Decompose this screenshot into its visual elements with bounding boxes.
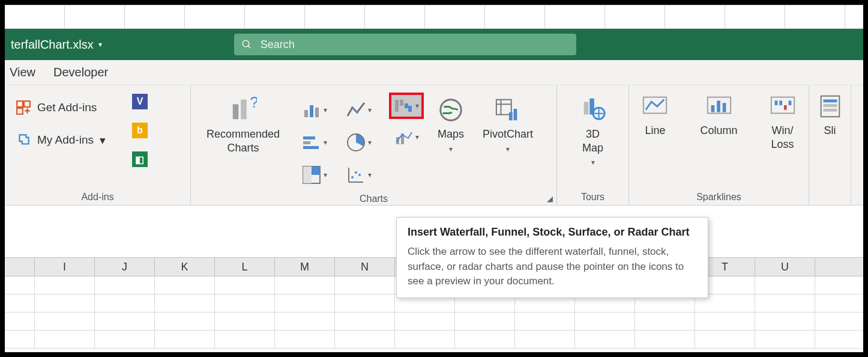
3d-map-button[interactable]: 3D Map ▾ [574, 94, 612, 169]
svg-point-31 [441, 100, 462, 121]
svg-rect-51 [823, 100, 837, 103]
visio-addin-icon[interactable]: V [132, 94, 148, 109]
group-label-filters [820, 200, 840, 203]
column-chart-button[interactable]: ▾ [293, 94, 336, 126]
my-addins-label: My Add-ins [37, 133, 94, 147]
group-label-charts: Charts ◢ [202, 191, 546, 204]
col-hdr-M[interactable]: M [275, 258, 335, 276]
svg-rect-19 [312, 166, 320, 175]
svg-rect-45 [771, 97, 794, 114]
bing-addin-icon[interactable]: b [132, 123, 148, 138]
get-addins-button[interactable]: Get Add-ins [16, 100, 106, 115]
svg-rect-48 [783, 105, 786, 110]
chevron-down-icon: ▾ [415, 102, 419, 110]
group-filters: Sli [809, 85, 851, 205]
sparkline-line-button[interactable]: Line [636, 90, 674, 140]
col-hdr-J[interactable]: J [95, 258, 155, 276]
scatter-chart-button[interactable]: ▾ [337, 159, 381, 191]
svg-line-1 [248, 46, 250, 48]
pivotchart-label: PivotChart [483, 127, 533, 141]
recommended-charts-label: Recommended Charts [206, 127, 280, 154]
svg-point-0 [243, 40, 249, 47]
line-chart-button[interactable]: ▾ [337, 94, 381, 126]
col-hdr-L[interactable]: L [215, 258, 275, 276]
tooltip-waterfall-chart: Insert Waterfall, Funnel, Stock, Surface… [396, 217, 708, 298]
svg-point-23 [355, 171, 357, 174]
combo-chart-button[interactable]: ▾ [389, 127, 424, 147]
chart-type-grid: ▾ ▾ ▾ ▾ ▾ [293, 94, 381, 191]
svg-point-24 [358, 174, 361, 176]
tooltip-title: Insert Waterfall, Funnel, Stock, Surface… [408, 226, 697, 239]
search-placeholder: Search [261, 38, 295, 51]
svg-rect-27 [405, 103, 408, 108]
svg-rect-35 [509, 112, 513, 120]
svg-rect-3 [24, 101, 30, 107]
dialog-launcher-icon[interactable]: ◢ [547, 194, 553, 203]
sparkline-column-button[interactable]: Column [695, 90, 742, 140]
maps-button[interactable]: Maps ▾ [432, 94, 469, 156]
column-chart-icon [302, 100, 321, 120]
my-addins-button[interactable]: My Add-ins ▾ [16, 132, 106, 148]
tab-view[interactable]: View [10, 66, 35, 79]
col-hdr-U[interactable]: U [755, 258, 815, 276]
people-graph-addin-icon[interactable]: ◧ [132, 151, 148, 167]
get-addins-label: Get Add-ins [37, 101, 97, 114]
search-icon [241, 39, 252, 50]
svg-rect-36 [514, 109, 517, 120]
sparkline-winloss-button[interactable]: Win/ Loss [764, 90, 801, 153]
svg-rect-10 [315, 108, 319, 117]
tab-developer[interactable]: Developer [53, 66, 108, 79]
chevron-down-icon: ▾ [324, 106, 327, 114]
bar-chart-icon [302, 133, 321, 152]
line-chart-icon [346, 100, 366, 120]
filename-dropdown[interactable]: terfallChart.xlsx ▾ [11, 38, 102, 52]
group-charts: ? Recommended Charts ▾ ▾ [191, 85, 557, 205]
sparkline-column-label: Column [700, 124, 737, 138]
svg-rect-52 [823, 104, 837, 107]
waterfall-chart-button[interactable]: ▾ [389, 93, 424, 119]
svg-rect-14 [303, 141, 310, 144]
treemap-chart-button[interactable]: ▾ [293, 159, 336, 191]
slicer-label: Sli [824, 124, 836, 138]
chevron-down-icon: ▾ [368, 138, 372, 147]
chevron-down-icon: ▾ [324, 138, 327, 147]
slicer-button[interactable]: Sli [812, 90, 849, 140]
chevron-down-icon: ▾ [98, 40, 102, 49]
svg-rect-4 [17, 108, 23, 114]
col-hdr-N[interactable]: N [335, 258, 395, 276]
bar-chart-button[interactable]: ▾ [293, 126, 336, 159]
pie-chart-button[interactable]: ▾ [337, 126, 381, 159]
sparkline-line-icon [641, 93, 669, 120]
recommended-charts-icon: ? [229, 96, 257, 124]
svg-rect-26 [400, 100, 403, 106]
pie-chart-icon [346, 133, 366, 152]
slicer-icon [816, 93, 844, 120]
col-hdr-K[interactable]: K [155, 258, 215, 276]
search-box[interactable]: Search [234, 34, 576, 55]
svg-rect-8 [304, 110, 308, 117]
sparkline-winloss-icon [769, 93, 797, 120]
chevron-down-icon: ▾ [324, 171, 327, 179]
treemap-chart-icon [302, 165, 321, 185]
svg-rect-42 [711, 105, 714, 112]
svg-rect-6 [241, 100, 247, 120]
svg-rect-37 [583, 102, 588, 115]
store-icon [16, 100, 31, 115]
pivotchart-button[interactable]: PivotChart ▾ [478, 94, 538, 156]
svg-rect-25 [395, 100, 399, 112]
svg-text:?: ? [250, 96, 258, 111]
group-label-tours: Tours [568, 189, 618, 203]
recommended-charts-button[interactable]: ? Recommended Charts [202, 94, 285, 157]
svg-rect-15 [303, 146, 319, 149]
waterfall-chart-icon [394, 96, 413, 115]
chevron-down-icon: ▾ [449, 145, 453, 154]
group-sparklines: Line Column Win/ Loss Sparklines [629, 85, 809, 205]
svg-rect-28 [408, 106, 412, 112]
col-hdr-corner[interactable] [5, 258, 35, 276]
chevron-down-icon: ▾ [368, 171, 372, 179]
svg-rect-53 [823, 109, 837, 112]
sparkline-line-label: Line [645, 124, 665, 138]
group-label-sparklines: Sparklines [640, 189, 798, 203]
col-hdr-I[interactable]: I [35, 258, 95, 276]
svg-rect-43 [717, 100, 720, 112]
